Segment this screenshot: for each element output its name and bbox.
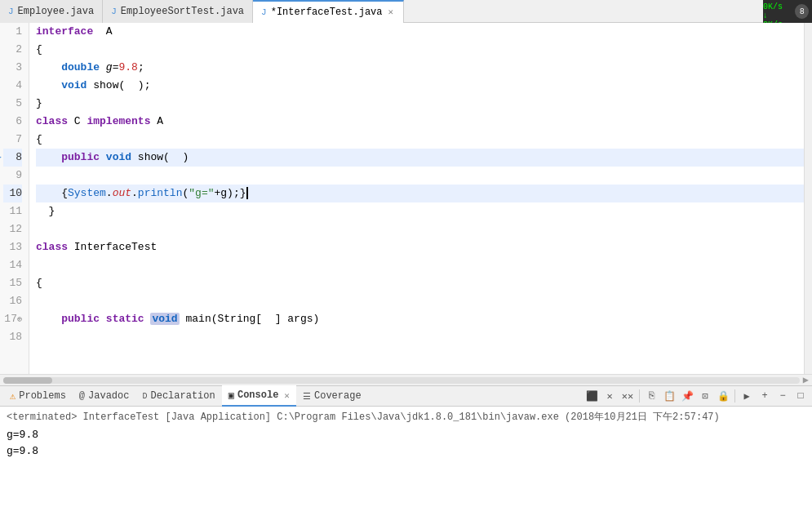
- problems-icon: ⚠: [10, 390, 16, 403]
- tab-employeesort[interactable]: J EmployeeSortTest.java: [103, 0, 253, 23]
- pin-btn[interactable]: 📌: [679, 388, 695, 404]
- code-line-18: [36, 328, 804, 346]
- line-num-11: 11: [3, 202, 22, 220]
- code-line-1: interface A: [36, 23, 804, 41]
- vertical-scrollbar[interactable]: [804, 23, 812, 374]
- toolbar-divider2: [734, 389, 735, 403]
- remove-btn[interactable]: ✕: [601, 388, 618, 404]
- tab-label-active: *InterfaceTest.java: [271, 7, 383, 18]
- console-close-icon[interactable]: ✕: [284, 390, 290, 401]
- line-num-5: 5: [3, 95, 22, 113]
- tab-javadoc[interactable]: @ Javadoc: [73, 385, 136, 407]
- line-num-13: 13: [3, 238, 22, 256]
- line-num-10: 10: [3, 185, 22, 202]
- h-scroll-track: [3, 377, 800, 384]
- copy-btn[interactable]: ⎘: [643, 388, 659, 404]
- code-line-11: }: [36, 202, 804, 220]
- line-num-17: 17⊕: [3, 310, 22, 328]
- console-output-1: g=9.8: [7, 427, 805, 443]
- word-wrap-btn[interactable]: ⊡: [697, 388, 713, 404]
- toolbar-divider1: [639, 389, 640, 403]
- line-numbers: 1 2 3 4 5 6 7 ▶8 9 10 11 12 13 14 15 16 …: [0, 23, 29, 374]
- console-terminated-line: <terminated> InterfaceTest [Java Applica…: [7, 410, 805, 424]
- new-console-btn[interactable]: +: [757, 388, 773, 404]
- line-num-9: 9: [3, 167, 22, 185]
- coverage-label: Coverage: [314, 390, 362, 402]
- tab-bar: J Employee.java J EmployeeSortTest.java …: [0, 0, 812, 23]
- network-indicator: ↑ 0K/s ↓ 0K/s 8: [763, 0, 812, 23]
- network-up: ↑ 0K/s: [763, 0, 790, 11]
- javadoc-label: Javadoc: [88, 390, 129, 402]
- line-num-4: 4: [3, 77, 22, 95]
- code-line-10: {System.out.println("g="+g);}​: [36, 185, 804, 202]
- code-line-16: [36, 292, 804, 310]
- code-line-13: class InterfaceTest: [36, 238, 804, 256]
- code-line-2: {: [36, 41, 804, 59]
- declaration-icon: D: [142, 392, 147, 401]
- console-label: Console: [237, 389, 278, 401]
- tab-label: EmployeeSortTest.java: [121, 6, 244, 17]
- line-num-2: 2: [3, 41, 22, 59]
- line-num-12: 12: [3, 220, 22, 238]
- line-num-16: 16: [3, 292, 22, 310]
- tab-console[interactable]: ▣ Console ✕: [222, 385, 296, 407]
- code-line-8: public void show( ): [36, 149, 804, 167]
- line-num-15: 15: [3, 274, 22, 292]
- java-file-icon2: J: [111, 7, 117, 16]
- scroll-right-arrow[interactable]: ▶: [803, 374, 812, 386]
- line-num-18: 18: [3, 328, 22, 346]
- code-line-6: class C implements A: [36, 113, 804, 131]
- console-output-2: g=9.8: [7, 443, 805, 460]
- line-num-8: ▶8: [3, 149, 22, 167]
- bottom-tabs-bar: ⚠ Problems @ Javadoc D Declaration ▣ Con…: [0, 385, 812, 407]
- paste-btn[interactable]: 📋: [661, 388, 677, 404]
- code-line-12: [36, 220, 804, 238]
- code-line-15: {: [36, 274, 804, 292]
- maximize-btn[interactable]: □: [792, 388, 809, 404]
- line-num-14: 14: [3, 256, 22, 274]
- tab-problems[interactable]: ⚠ Problems: [3, 385, 73, 407]
- bottom-panel: ⚠ Problems @ Javadoc D Declaration ▣ Con…: [0, 385, 812, 516]
- terminate-btn[interactable]: ⬛: [583, 388, 600, 404]
- code-content[interactable]: interface A { double g=9.8; void show( )…: [29, 23, 804, 374]
- network-circle: 8: [795, 4, 809, 19]
- javadoc-icon: @: [79, 390, 85, 402]
- code-line-17: public static void main(String[ ] args): [36, 310, 804, 328]
- tab-close-icon[interactable]: ✕: [387, 7, 396, 17]
- code-line-4: void show( );: [36, 77, 804, 95]
- console-icon: ▣: [229, 389, 234, 402]
- line-num-6: 6: [3, 113, 22, 131]
- minimize-btn[interactable]: −: [774, 388, 791, 404]
- h-scroll-bar[interactable]: ▶: [0, 374, 812, 385]
- code-line-3: double g=9.8;: [36, 59, 804, 77]
- remove-all-btn[interactable]: ✕✕: [619, 388, 636, 404]
- tab-label: Employee.java: [18, 6, 95, 17]
- tab-employee[interactable]: J Employee.java: [0, 0, 103, 23]
- line-num-1: 1: [3, 23, 22, 41]
- h-scroll-thumb[interactable]: [3, 377, 52, 384]
- code-line-14: [36, 256, 804, 274]
- open-console-btn[interactable]: ▶: [739, 388, 755, 404]
- tab-coverage[interactable]: ☰ Coverage: [296, 385, 368, 407]
- line-num-7: 7: [3, 131, 22, 149]
- tab-declaration[interactable]: D Declaration: [135, 385, 221, 407]
- java-file-icon: J: [8, 7, 14, 16]
- editor-area: 1 2 3 4 5 6 7 ▶8 9 10 11 12 13 14 15 16 …: [0, 23, 812, 374]
- declaration-label: Declaration: [150, 390, 215, 402]
- console-area: <terminated> InterfaceTest [Java Applica…: [0, 407, 812, 516]
- java-file-icon3: J: [261, 7, 267, 17]
- coverage-icon: ☰: [303, 391, 311, 402]
- code-line-9: [36, 167, 804, 185]
- console-toolbar: ⬛ ✕ ✕✕ ⎘ 📋 📌 ⊡ 🔒 ▶ + − □: [583, 388, 812, 404]
- code-line-7: {: [36, 131, 804, 149]
- code-line-5: }: [36, 95, 804, 113]
- scroll-lock-btn[interactable]: 🔒: [715, 388, 731, 404]
- tab-interfacetest[interactable]: J *InterfaceTest.java ✕: [253, 0, 404, 23]
- line-num-3: 3: [3, 59, 22, 77]
- problems-label: Problems: [19, 390, 66, 402]
